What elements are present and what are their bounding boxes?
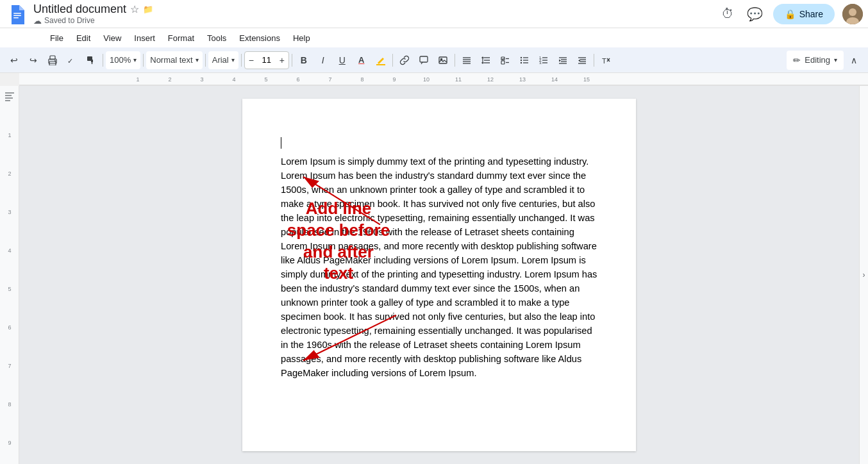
menu-bar: FileEditViewInsertFormatToolsExtensionsH…: [0, 28, 868, 47]
svg-point-5: [849, 8, 856, 16]
comment-icon[interactable]: 💬: [747, 6, 763, 22]
collapse-icon: ∧: [851, 55, 857, 65]
zoom-arrow-icon: ▾: [133, 56, 137, 63]
line-spacing-button[interactable]: [477, 51, 495, 69]
svg-point-10: [54, 60, 56, 62]
font-label: Arial: [212, 55, 229, 65]
insert-image-button[interactable]: [434, 51, 452, 69]
menu-item-tools[interactable]: Tools: [202, 31, 231, 46]
divider-4: [241, 54, 242, 67]
divider-5: [292, 54, 292, 67]
font-size-input[interactable]: 11: [258, 55, 276, 65]
decrease-indent-button[interactable]: [573, 51, 591, 69]
editing-button[interactable]: ✏ Editing ▾: [787, 51, 844, 70]
menu-item-format[interactable]: Format: [163, 31, 199, 46]
font-color-button[interactable]: A: [353, 51, 371, 69]
align-button[interactable]: [458, 51, 476, 69]
document-page[interactable]: Lorem Ipsum is simply dummy text of the …: [242, 99, 636, 451]
undo-button[interactable]: ↩: [5, 51, 23, 69]
svg-text:6: 6: [296, 76, 299, 83]
svg-rect-1: [13, 13, 21, 14]
svg-text:2: 2: [8, 170, 11, 177]
ruler: 1 2 3 4 5 6 7 8 9 10 11 12 13 14 15: [19, 73, 868, 86]
folder-icon[interactable]: 📁: [143, 4, 153, 14]
saved-text: Saved to Drive: [44, 16, 95, 25]
insert-comment-button[interactable]: [415, 51, 433, 69]
style-label: Normal text: [150, 55, 192, 65]
spellcheck-button[interactable]: ✓: [63, 51, 81, 69]
print-button[interactable]: [44, 51, 62, 69]
main-area: 1 2 3 4 5 6 7 8 9 Lorem Ipsum is simply …: [0, 86, 868, 464]
font-dropdown[interactable]: Arial ▾: [208, 51, 238, 69]
svg-text:14: 14: [551, 76, 558, 83]
font-size-box: − 11 +: [244, 51, 289, 69]
svg-text:7: 7: [8, 363, 11, 369]
right-handle[interactable]: ›: [859, 86, 868, 464]
redo-button[interactable]: ↪: [24, 51, 42, 69]
menu-item-help[interactable]: Help: [288, 31, 315, 46]
svg-text:1: 1: [136, 76, 139, 83]
document-body-text[interactable]: Lorem Ipsum is simply dummy text of the …: [281, 154, 597, 380]
collapse-toolbar-button[interactable]: ∧: [845, 51, 863, 69]
svg-point-31: [521, 62, 522, 63]
divider-8: [594, 54, 594, 67]
increase-indent-button[interactable]: [554, 51, 572, 69]
paint-format-button[interactable]: [82, 51, 100, 69]
menu-item-file[interactable]: File: [45, 31, 69, 46]
editing-arrow-icon: ▾: [834, 56, 837, 63]
style-arrow-icon: ▾: [196, 56, 199, 63]
divider-3: [205, 54, 206, 67]
svg-point-30: [521, 59, 522, 60]
italic-button[interactable]: I: [314, 51, 332, 69]
menu-item-extensions[interactable]: Extensions: [234, 31, 285, 46]
svg-text:2: 2: [168, 76, 171, 83]
menu-item-edit[interactable]: Edit: [71, 31, 96, 46]
style-dropdown[interactable]: Normal text ▾: [146, 51, 202, 69]
chevron-right-icon: ›: [863, 270, 865, 279]
share-label: Share: [799, 9, 823, 19]
checklist-button[interactable]: [496, 51, 514, 69]
svg-text:15: 15: [583, 76, 590, 83]
editing-label: Editing: [805, 55, 830, 65]
canvas-area[interactable]: Lorem Ipsum is simply dummy text of the …: [19, 86, 859, 464]
star-icon[interactable]: ☆: [130, 3, 139, 15]
divider-1: [103, 54, 103, 67]
share-button[interactable]: 🔒 Share: [773, 4, 835, 24]
outline-icon[interactable]: [4, 91, 15, 104]
vertical-ruler-svg: 1 2 3 4 5 6 7 8 9: [0, 105, 19, 464]
docs-logo-icon[interactable]: [5, 3, 28, 26]
svg-text:11: 11: [455, 76, 462, 83]
menu-item-insert[interactable]: Insert: [129, 31, 160, 46]
link-button[interactable]: [396, 51, 413, 69]
menu-item-view[interactable]: View: [98, 31, 126, 46]
underline-button[interactable]: U: [333, 51, 351, 69]
divider-6: [392, 54, 393, 67]
font-size-minus-button[interactable]: −: [245, 52, 258, 69]
svg-text:6: 6: [8, 324, 11, 331]
toolbar: ↩ ↪ ✓ 100% ▾ Normal text ▾ Arial ▾ − 11 …: [0, 47, 868, 73]
highlight-button[interactable]: [372, 51, 390, 69]
bullet-list-button[interactable]: [515, 51, 533, 69]
svg-text:8: 8: [360, 76, 363, 83]
title-bar: Untitled document ☆ 📁 ☁ Saved to Drive ⏱…: [0, 0, 868, 28]
history-icon[interactable]: ⏱: [721, 6, 734, 21]
svg-rect-16: [439, 57, 447, 63]
svg-text:9: 9: [8, 440, 11, 446]
document-title[interactable]: Untitled document: [33, 3, 126, 16]
bold-button[interactable]: B: [295, 51, 313, 69]
user-avatar[interactable]: [842, 4, 863, 24]
svg-text:12: 12: [487, 76, 494, 83]
svg-text:3: 3: [8, 209, 11, 215]
numbered-list-button[interactable]: 1.2.3.: [535, 51, 553, 69]
svg-text:3: 3: [200, 76, 203, 83]
title-right: ⏱ 💬 🔒 Share: [719, 4, 863, 24]
zoom-dropdown[interactable]: 100% ▾: [106, 51, 140, 69]
zoom-value: 100%: [110, 55, 131, 65]
cursor-container: [281, 137, 597, 154]
cloud-icon: ☁: [33, 16, 42, 26]
doc-title-row: Untitled document ☆ 📁: [33, 3, 719, 16]
font-size-plus-button[interactable]: +: [276, 52, 288, 69]
clear-format-button[interactable]: T: [597, 51, 615, 69]
text-cursor: [281, 137, 281, 149]
svg-point-29: [521, 56, 522, 58]
